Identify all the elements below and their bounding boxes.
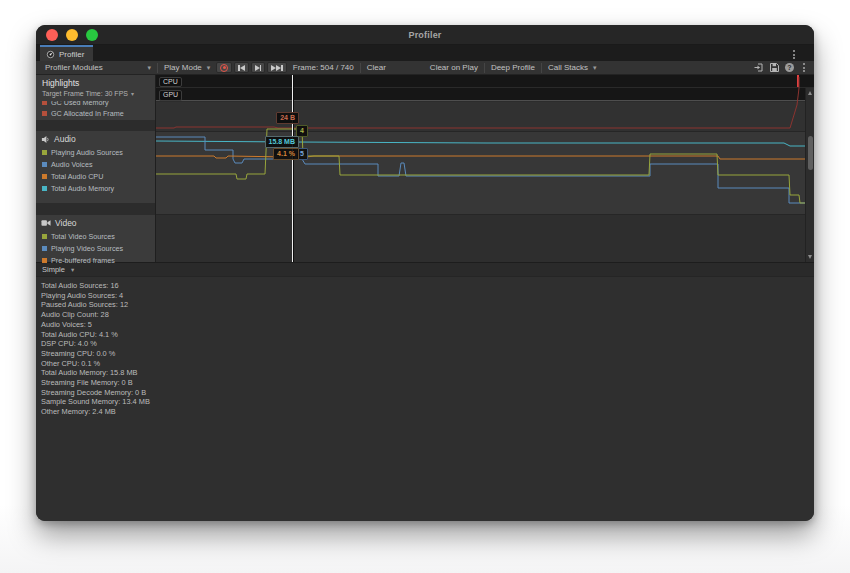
play-mode-label: Play Mode — [164, 63, 202, 72]
legend-item-total-audio-cpu[interactable]: Total Audio CPU — [36, 170, 155, 182]
previous-frame-icon-arrow — [240, 65, 245, 71]
video-camera-icon — [41, 219, 51, 227]
stat-line: Playing Audio Sources: 4 — [41, 291, 814, 301]
toolbar-separator — [360, 63, 361, 73]
load-profile-icon[interactable] — [754, 63, 764, 72]
audio-header: Audio — [36, 131, 155, 146]
current-frame-icon-bar — [281, 65, 283, 71]
speaker-icon — [41, 135, 50, 144]
series-audio-voices — [156, 137, 806, 203]
call-stacks-dropdown[interactable]: Call Stacks — [543, 61, 602, 74]
toolbar-separator — [157, 63, 158, 73]
legend-item-pre-buffered-frames[interactable]: Pre-buffered frames — [36, 254, 155, 266]
legend-swatch — [42, 186, 47, 191]
clear-on-play-toggle[interactable]: Clear on Play — [425, 61, 483, 74]
target-frame-time-label: Target Frame Time: 30 FPS — [42, 90, 128, 97]
legend-swatch — [42, 258, 47, 263]
stat-line: Total Audio Sources: 16 — [41, 281, 814, 291]
legend-item-audio-voices[interactable]: Audio Voices — [36, 158, 155, 170]
page-background: Profiler Profiler Profiler Modules — [0, 0, 850, 573]
stat-line: Sample Sound Memory: 13.4 MB — [41, 397, 814, 407]
video-header: Video — [36, 215, 155, 230]
toolbar-separator — [541, 63, 542, 73]
stat-line: Other CPU: 0.1 % — [41, 359, 814, 369]
minimize-window-button[interactable] — [66, 29, 78, 41]
series-total-audio-memory — [156, 141, 806, 146]
tab-bar: Profiler — [36, 45, 814, 61]
toolbar-menu-icon[interactable] — [800, 61, 808, 74]
legend-swatch — [42, 174, 47, 179]
playhead-value-tooltip: 4.1 % — [273, 148, 299, 160]
legend-label: Total Audio CPU — [51, 172, 103, 181]
save-profile-icon[interactable] — [770, 63, 779, 72]
chart-lines — [156, 75, 806, 262]
legend-item-playing-audio-sources[interactable]: Playing Audio Sources — [36, 146, 155, 158]
scroll-down-icon[interactable] — [808, 255, 812, 259]
record-button[interactable] — [216, 62, 232, 73]
play-mode-dropdown[interactable]: Play Mode — [159, 61, 215, 74]
help-icon[interactable]: ? — [785, 63, 794, 72]
legend-label: GC Used Memory — [51, 101, 109, 107]
close-window-button[interactable] — [46, 29, 58, 41]
profiler-charts[interactable]: CPU GPU 24 B415.8 MB54.1 % — [156, 75, 814, 262]
series-playing-audio-sources — [156, 129, 806, 203]
next-frame-button[interactable] — [251, 62, 266, 73]
stat-line: Streaming Decode Memory: 0 B — [41, 388, 814, 398]
toolbar-right-icons: ? — [754, 61, 810, 74]
scroll-up-icon[interactable] — [808, 91, 812, 95]
module-highlights[interactable]: Highlights Target Frame Time: 30 FPS — [36, 75, 155, 101]
record-icon — [220, 64, 228, 72]
clear-button[interactable]: Clear — [362, 61, 391, 74]
legend-swatch — [42, 111, 47, 116]
next-frame-icon — [260, 65, 262, 71]
modules-and-charts: Highlights Target Frame Time: 30 FPS GC … — [36, 75, 814, 262]
playhead-value-tooltip: 24 B — [276, 112, 299, 124]
legend-swatch — [42, 162, 47, 167]
playhead-line[interactable] — [292, 75, 294, 262]
module-video[interactable]: Video Total Video Sources Playing Video … — [36, 215, 155, 262]
series-gc-allocated-in-frame — [156, 77, 799, 128]
stat-line: Total Audio CPU: 4.1 % — [41, 330, 814, 340]
profiler-toolbar: Profiler Modules Play Mode Frame: 504 / … — [36, 61, 814, 75]
stat-line: Audio Clip Count: 28 — [41, 310, 814, 320]
legend-swatch — [42, 246, 47, 251]
playhead-value-tooltip: 15.8 MB — [265, 136, 299, 148]
tab-bar-menu-icon[interactable] — [790, 48, 798, 61]
stat-line: Streaming File Memory: 0 B — [41, 378, 814, 388]
audio-title: Audio — [54, 134, 76, 144]
module-audio[interactable]: Audio Playing Audio Sources Audio Voices… — [36, 131, 155, 203]
legend-swatch — [42, 234, 47, 239]
stat-line: Paused Audio Sources: 12 — [41, 300, 814, 310]
stat-line: DSP CPU: 4.0 % — [41, 339, 814, 349]
current-frame-button[interactable] — [267, 62, 287, 73]
audio-stats-panel: Total Audio Sources: 16Playing Audio Sou… — [36, 277, 814, 521]
legend-item-total-video-sources[interactable]: Total Video Sources — [36, 230, 155, 242]
modules-sidebar: Highlights Target Frame Time: 30 FPS GC … — [36, 75, 156, 262]
chart-vertical-scrollbar[interactable] — [805, 88, 814, 262]
call-stacks-label: Call Stacks — [548, 63, 588, 72]
highlights-title: Highlights — [36, 75, 155, 89]
titlebar: Profiler — [36, 25, 814, 45]
profiler-gauge-icon — [46, 50, 55, 59]
window-title: Profiler — [408, 30, 441, 40]
legend-label: Total Video Sources — [51, 232, 115, 241]
previous-frame-button[interactable] — [234, 62, 249, 73]
legend-item-gc-allocated[interactable]: GC Allocated In Frame — [36, 107, 155, 119]
scrollbar-thumb[interactable] — [808, 136, 813, 170]
profiler-modules-dropdown[interactable]: Profiler Modules — [40, 61, 156, 74]
module-memory-partial[interactable]: GC Used Memory GC Allocated In Frame — [36, 101, 155, 120]
stat-line: Streaming CPU: 0.0 % — [41, 349, 814, 359]
tab-profiler[interactable]: Profiler — [40, 45, 93, 61]
legend-label: Playing Video Sources — [51, 244, 123, 253]
legend-label: Playing Audio Sources — [51, 148, 123, 157]
profiler-window: Profiler Profiler Profiler Modules — [36, 25, 814, 521]
video-title: Video — [55, 218, 77, 228]
zoom-window-button[interactable] — [86, 29, 98, 41]
legend-label: Pre-buffered frames — [51, 256, 115, 265]
toolbar-separator — [484, 63, 485, 73]
deep-profile-toggle[interactable]: Deep Profile — [486, 61, 540, 74]
target-frame-time-dropdown[interactable]: Target Frame Time: 30 FPS — [36, 89, 155, 99]
legend-swatch — [42, 101, 47, 105]
legend-item-total-audio-memory[interactable]: Total Audio Memory — [36, 183, 155, 195]
legend-item-playing-video-sources[interactable]: Playing Video Sources — [36, 242, 155, 254]
